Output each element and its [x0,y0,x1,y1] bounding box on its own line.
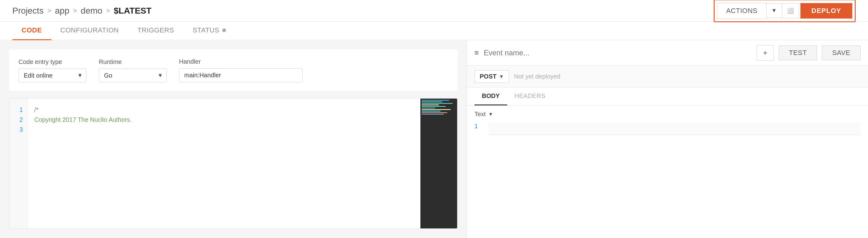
actions-dropdown-button[interactable]: ▼ [767,3,782,18]
toggle-icon: ⬜ [787,8,794,14]
line-number-2: 2 [14,115,23,125]
minimap-line [422,114,444,115]
right-panel: ≡ + TEST SAVE POST ▼ Not yet deployed BO… [467,40,868,238]
line-number-1: 1 [14,105,23,115]
runtime-group: Runtime Go ▼ [99,58,167,82]
main-content: Code entry type Edit online ▼ Runtime Go… [0,40,868,238]
breadcrumb-sep-1: > [47,7,51,15]
tab-configuration[interactable]: CONFIGURATION [51,22,128,40]
code-entry-type-group: Code entry type Edit online ▼ [19,58,87,82]
tabs-bar: CODE CONFIGURATION TRIGGERS STATUS [0,22,868,40]
code-line-3 [34,125,414,134]
body-content: Text ▼ 1 [467,106,868,238]
method-label: POST [480,73,496,80]
minimap-line [422,106,446,107]
left-panel: Code entry type Edit online ▼ Runtime Go… [0,40,467,238]
minimap-line [422,104,439,105]
minimap-line [422,101,442,102]
runtime-label: Runtime [99,58,167,65]
code-editor-wrapper: 1 2 3 /* Copyright 2017 The Nuclio Autho… [9,98,458,229]
runtime-select-wrapper: Go ▼ [99,69,167,82]
code-line-2: Copyright 2017 The Nuclio Authors. [34,115,414,125]
not-deployed-label: Not yet deployed [514,73,560,80]
breadcrumb-demo[interactable]: demo [81,6,102,16]
code-entry-type-select[interactable]: Edit online [19,69,87,82]
status-dot [222,28,226,32]
breadcrumb: Projects > app > demo > $LATEST [12,6,152,16]
event-name-input[interactable] [484,49,752,57]
handler-group: Handler [179,58,303,82]
tab-triggers[interactable]: TRIGGERS [128,22,183,40]
tab-body[interactable]: BODY [474,87,507,105]
config-row: Code entry type Edit online ▼ Runtime Go… [9,49,458,91]
text-selector[interactable]: Text ▼ [474,111,861,118]
deploy-button[interactable]: DEPLOY [800,3,852,19]
method-select[interactable]: POST ▼ [474,70,509,83]
top-bar: Projects > app > demo > $LATEST ACTIONS … [0,0,868,22]
top-actions-group: ACTIONS ▼ ⬜ DEPLOY [714,0,856,22]
event-header: ≡ + TEST SAVE [467,40,868,66]
code-entry-type-label: Code entry type [19,58,87,65]
text-chevron-icon: ▼ [488,112,493,117]
test-button[interactable]: TEST [779,46,817,60]
body-text-input[interactable] [489,123,861,135]
breadcrumb-app[interactable]: app [55,6,69,16]
tab-headers[interactable]: HEADERS [507,87,553,105]
code-content[interactable]: /* Copyright 2017 The Nuclio Authors. [28,99,420,229]
code-entry-type-select-wrapper: Edit online ▼ [19,69,87,82]
body-line-number: 1 [474,123,484,135]
actions-button[interactable]: ACTIONS [717,3,766,19]
handler-input[interactable] [179,68,303,82]
runtime-select[interactable]: Go [99,69,167,82]
method-chevron-icon: ▼ [499,74,504,79]
code-line-1: /* [34,105,414,115]
breadcrumb-projects[interactable]: Projects [12,6,43,16]
minimap-line [422,112,447,113]
tab-code[interactable]: CODE [12,22,51,40]
handler-label: Handler [179,58,303,65]
chevron-down-icon: ▼ [771,7,777,14]
minimap-lines [421,99,457,116]
breadcrumb-sep-2: > [73,7,77,15]
add-event-button[interactable]: + [756,45,774,60]
minimap-line [422,103,453,104]
minimap [420,99,457,229]
method-row: POST ▼ Not yet deployed [467,66,868,87]
minimap-line [422,100,449,101]
line-number-3: 3 [14,125,23,134]
body-header-tabs: BODY HEADERS [467,87,868,106]
text-label: Text [474,111,486,118]
breadcrumb-current: $LATEST [114,6,152,16]
toggle-button[interactable]: ⬜ [782,3,799,18]
minimap-line [422,108,435,108]
body-editor: 1 [474,123,861,135]
line-numbers: 1 2 3 [9,99,28,229]
minimap-line [422,111,440,112]
breadcrumb-sep-3: > [106,7,110,15]
tab-status[interactable]: STATUS [183,22,236,40]
hamburger-icon[interactable]: ≡ [474,49,479,57]
save-button[interactable]: SAVE [822,46,861,60]
minimap-line [422,109,451,110]
